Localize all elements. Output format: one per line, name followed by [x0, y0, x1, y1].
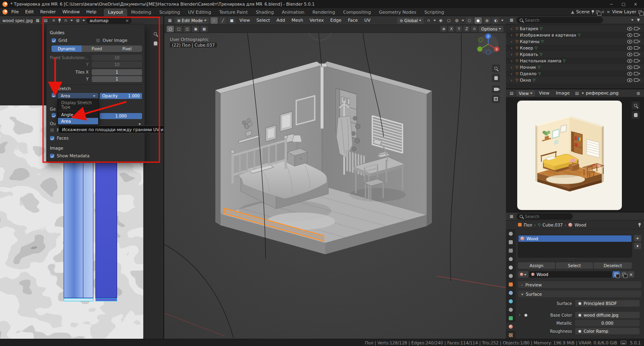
disable-in-render-icon[interactable] [634, 59, 638, 62]
checkbox-icon[interactable] [52, 113, 56, 117]
expand-icon[interactable]: › [511, 27, 514, 31]
menu-uv[interactable]: UV [362, 17, 373, 23]
hide-in-viewport-icon[interactable] [627, 53, 632, 56]
material-slot-active[interactable]: Wood [518, 235, 632, 242]
tab-modifiers[interactable] [506, 288, 516, 297]
viewport-canvas[interactable]: Z X [164, 33, 506, 339]
unlink-material-button[interactable]: × [628, 271, 634, 278]
proportional-edit-icon[interactable]: ◉ [438, 17, 444, 23]
uv-selected-face-left[interactable] [64, 298, 93, 301]
minimize-button[interactable]: ─ [605, 0, 617, 8]
expand-icon[interactable]: › [511, 78, 514, 82]
over-image-checkbox[interactable]: Over Image [96, 38, 127, 43]
tab-texture-paint[interactable]: Texture Paint [215, 8, 252, 16]
outliner-row[interactable]: ›▽Ковер▽ [506, 45, 644, 51]
options-dropdown[interactable]: Options [479, 26, 504, 32]
expand-icon[interactable]: › [511, 72, 514, 76]
grid-checkbox[interactable]: Grid [52, 38, 67, 43]
object-name[interactable]: Батарея [520, 26, 539, 31]
outliner-row[interactable]: ›▽Кровать▽ [506, 51, 644, 58]
surface-shader-value[interactable]: Principled BSDF [575, 300, 640, 307]
pin-scene-icon[interactable] [592, 10, 594, 12]
uv-selected-face-right[interactable] [95, 298, 117, 301]
preview-panel-header[interactable]: › Preview [518, 281, 641, 288]
search-input[interactable] [525, 18, 600, 23]
menu-vertex[interactable]: Vertex [307, 17, 326, 23]
editor-type-icon[interactable]: ▦ [508, 17, 515, 23]
menu-file[interactable]: File [8, 8, 21, 15]
uv-zoom-button[interactable] [151, 30, 159, 38]
outliner-row[interactable]: ›▽Настольная лампа▽ [506, 58, 644, 64]
tab-output[interactable] [506, 246, 516, 255]
grid-mode-fixed[interactable]: Fixed [82, 45, 112, 52]
disable-in-render-icon[interactable] [634, 78, 638, 82]
breadcrumb-material[interactable]: Wood [574, 222, 586, 227]
grid-mode-pixel[interactable]: Pixel [112, 45, 142, 52]
tab-rendering[interactable]: Rendering [308, 8, 339, 16]
tab-layout[interactable]: Layout [104, 8, 127, 16]
surface-panel-header[interactable]: ▾ Surface [518, 290, 641, 297]
tab-world[interactable] [506, 272, 516, 280]
tab-shading[interactable]: Shading [252, 8, 278, 16]
outliner-row[interactable]: ›▽Изображения в картинах▽ [506, 32, 644, 38]
stretch-opacity-slider[interactable]: Opacity 1.000 [100, 93, 142, 99]
expand-icon[interactable]: › [511, 65, 514, 70]
hide-in-viewport-icon[interactable] [627, 78, 632, 82]
shading-rendered-button[interactable]: ◐ [492, 17, 500, 24]
face-select-button[interactable]: ■ [228, 17, 235, 24]
duplicate-material-button[interactable] [620, 271, 627, 278]
axis-x-button[interactable]: X [448, 26, 454, 32]
edge-select-button[interactable]: ╱ [219, 17, 227, 24]
browse-material-button[interactable] [518, 271, 528, 278]
tab-geometry-nodes[interactable]: Geometry Nodes [375, 8, 420, 16]
fixed-subdivision-x-field[interactable]: 10 [92, 55, 142, 61]
menu-edit[interactable]: Edit [22, 8, 36, 15]
disable-in-render-icon[interactable] [634, 27, 638, 30]
tab-view-layer[interactable] [506, 255, 516, 263]
tab-tool[interactable] [506, 229, 516, 238]
transform-orientation-dropdown[interactable]: ⊕ Global [397, 17, 424, 24]
nodes-toggle-button[interactable] [613, 271, 620, 278]
tab-physics[interactable] [506, 297, 516, 305]
tab-uv-editing[interactable]: UV Editing [184, 8, 215, 16]
checkbox-icon[interactable] [50, 136, 54, 140]
geometry-opacity-slider[interactable]: 1.000 [100, 113, 142, 119]
scene-selector[interactable]: Scene [576, 9, 590, 14]
menu-option-area[interactable]: Area [58, 118, 98, 124]
pin-id-icon[interactable] [638, 223, 641, 225]
snap-dropdown-icon[interactable] [70, 20, 73, 23]
tiles-x-field[interactable]: 1 [92, 69, 142, 75]
overlay-dropdown-icon[interactable] [83, 20, 85, 23]
tab-scripting[interactable]: Scripting [420, 8, 448, 16]
disable-in-render-icon[interactable] [634, 40, 638, 43]
hide-in-viewport-icon[interactable] [627, 59, 632, 63]
axis-z-button[interactable]: Z [463, 26, 470, 32]
tab-texture[interactable] [506, 331, 516, 339]
image-zoom-button[interactable] [632, 101, 640, 109]
grid-mode-dynamic[interactable]: Dynamic [52, 45, 82, 52]
object-name[interactable]: Настольная лампа [520, 58, 561, 63]
pin-icon[interactable] [58, 19, 61, 21]
checkbox-icon[interactable] [50, 128, 54, 132]
uv-map-selector[interactable]: automap × [87, 17, 132, 24]
tab-material[interactable] [506, 322, 516, 331]
viewport-zoom-button[interactable] [492, 64, 500, 72]
expand-icon[interactable]: › [511, 33, 514, 37]
tab-compositing[interactable]: Compositing [339, 8, 375, 16]
object-name[interactable]: Одеяло [520, 71, 537, 76]
unlink-image-icon[interactable]: × [50, 17, 57, 23]
menu-view[interactable]: View [537, 90, 552, 96]
falloff-icon[interactable]: ○ [446, 17, 452, 23]
checkbox-icon[interactable] [52, 38, 56, 43]
transform-pivot-icon[interactable]: ⊕ [440, 26, 447, 32]
menu-edge[interactable]: Edge [328, 17, 344, 23]
reference-image[interactable] [517, 101, 622, 210]
uv-island-left[interactable] [64, 159, 93, 298]
stretch-checkbox[interactable] [52, 93, 56, 97]
hide-in-viewport-icon[interactable] [627, 33, 632, 37]
outliner-search[interactable] [516, 17, 603, 23]
snap-toggle-icon[interactable]: ∩ [471, 26, 477, 32]
menu-image[interactable]: Image [553, 90, 572, 96]
disable-in-render-icon[interactable] [634, 46, 638, 49]
editor-type-icon[interactable]: ▦ [508, 213, 515, 219]
